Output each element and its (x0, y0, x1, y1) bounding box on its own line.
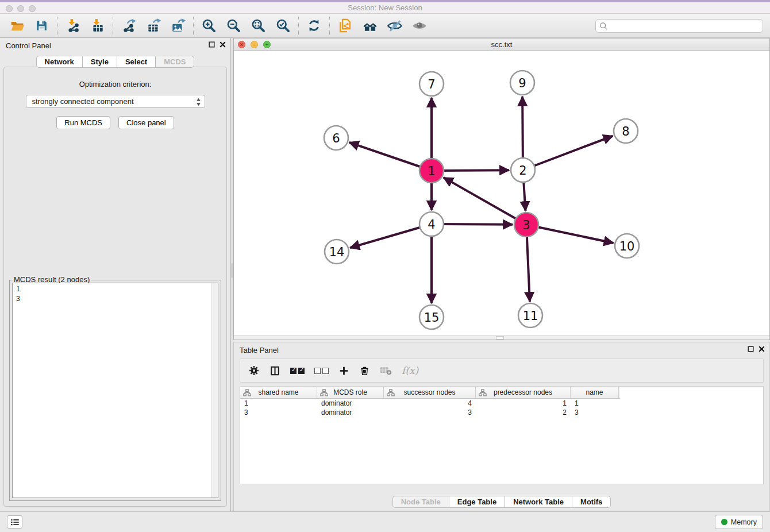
table-row[interactable]: 1 dominator 4 1 1 (240, 399, 763, 408)
create-column-icon[interactable] (338, 365, 349, 376)
graph-node-15[interactable]: 15 (419, 305, 444, 329)
svg-text:3: 3 (522, 218, 530, 232)
memory-button[interactable]: Memory (715, 515, 763, 529)
export-network-icon[interactable] (116, 15, 141, 37)
optimization-criterion-label: Optimization criterion: (4, 80, 226, 88)
mcds-result-line: 1 (16, 284, 214, 294)
toolbar-separator (193, 17, 194, 35)
search-box (595, 19, 763, 33)
svg-text:15: 15 (424, 311, 440, 325)
toolbar-separator (57, 17, 57, 35)
search-icon (599, 22, 608, 30)
column-header-mcds-role[interactable]: MCDS role (317, 387, 384, 398)
search-input[interactable] (595, 19, 763, 33)
task-list-icon (10, 517, 20, 527)
open-session-icon[interactable] (5, 15, 29, 37)
graph-node-14[interactable]: 14 (325, 240, 349, 264)
close-panel-icon[interactable] (220, 41, 226, 48)
mcds-panel: Optimization criterion: strongly connect… (3, 67, 227, 507)
float-panel-icon[interactable] (748, 346, 754, 352)
deselect-all-columns-icon[interactable] (314, 368, 329, 374)
graph-node-8[interactable]: 8 (614, 119, 638, 143)
import-network-icon[interactable] (60, 15, 85, 37)
birdseye-view-icon[interactable] (407, 15, 432, 37)
window-title: Session: New Session (0, 3, 770, 12)
tab-motifs[interactable]: Motifs (572, 496, 611, 508)
mcds-result-fieldset: MCDS result (2 nodes) 1 3 (9, 280, 221, 501)
column-header-shared-name[interactable]: shared name (240, 387, 317, 398)
tab-select[interactable]: Select (117, 56, 155, 68)
table-settings-gear-icon[interactable] (248, 365, 260, 376)
column-header-successor-nodes[interactable]: successor nodes (384, 387, 476, 398)
task-history-button[interactable] (7, 515, 22, 529)
network-from-selection-icon[interactable] (333, 15, 357, 37)
zoom-out-icon[interactable] (221, 15, 246, 37)
criterion-select[interactable]: strongly connected component (26, 95, 205, 108)
memory-status-icon (721, 519, 727, 525)
result-scrollbar[interactable] (211, 283, 218, 498)
graph-node-6[interactable]: 6 (324, 126, 348, 150)
graph-node-11[interactable]: 11 (518, 303, 542, 327)
column-header-predecessor-nodes[interactable]: predecessor nodes (476, 387, 571, 398)
toolbar-separator (329, 17, 330, 35)
graph-node-4[interactable]: 4 (419, 212, 444, 236)
graph-node-3[interactable]: 3 (514, 213, 538, 237)
criterion-value: strongly connected component (32, 97, 134, 106)
window-titlebar: Session: New Session (0, 0, 770, 14)
graph-node-7[interactable]: 7 (419, 72, 444, 96)
network-graph[interactable]: 7968124314101511 (234, 51, 769, 335)
tab-network-table[interactable]: Network Table (505, 496, 572, 508)
graph-edge-2-8[interactable] (523, 136, 613, 170)
delete-table-icon[interactable] (380, 365, 392, 376)
network-frame-title: scc.txt (234, 40, 769, 49)
svg-text:7: 7 (428, 78, 435, 91)
column-header-name[interactable]: name (571, 387, 619, 398)
table-tabs: Node Table Edge Table Network Table Moti… (234, 496, 769, 508)
show-columns-icon[interactable] (270, 365, 280, 376)
graph-node-1[interactable]: 1 (419, 159, 444, 183)
tab-node-table[interactable]: Node Table (392, 496, 449, 508)
toolbar-separator (113, 17, 113, 35)
network-frame-titlebar[interactable]: ✕ − + scc.txt (234, 38, 769, 51)
table-header: shared name MCDS role successor nodes pr… (240, 387, 620, 399)
tab-mcds[interactable]: MCDS (155, 56, 194, 68)
graph-node-9[interactable]: 9 (510, 71, 534, 95)
graphics-details-icon[interactable] (382, 15, 407, 37)
status-bar: Memory (0, 511, 770, 532)
control-panel-tabs: Network Style Select MCDS (0, 56, 230, 68)
export-table-icon[interactable] (141, 15, 165, 37)
svg-text:4: 4 (428, 218, 435, 232)
mcds-result-box[interactable]: 1 3 (12, 283, 218, 498)
close-panel-icon[interactable] (759, 346, 765, 352)
network-hscroll-thumb[interactable] (496, 336, 504, 340)
tab-edge-table[interactable]: Edge Table (449, 496, 505, 508)
tab-network[interactable]: Network (36, 56, 82, 68)
graph-node-10[interactable]: 10 (615, 234, 639, 258)
save-session-icon[interactable] (29, 15, 54, 37)
run-mcds-button[interactable]: Run MCDS (56, 116, 110, 129)
graph-edge-3-1[interactable] (444, 178, 526, 225)
graph-edge-3-10[interactable] (526, 225, 614, 243)
select-all-columns-icon[interactable] (290, 368, 305, 374)
graph-edge-1-6[interactable] (349, 142, 432, 171)
select-stepper-icon (196, 98, 201, 106)
import-table-icon[interactable] (85, 15, 110, 37)
close-panel-button[interactable]: Close panel (118, 116, 174, 129)
zoom-selected-icon[interactable] (271, 15, 295, 37)
zoom-fit-icon[interactable] (246, 15, 271, 37)
overview-icon[interactable] (357, 15, 382, 37)
column-type-icon (243, 389, 251, 396)
zoom-in-icon[interactable] (197, 15, 221, 37)
table-row[interactable]: 3 dominator 3 2 3 (240, 408, 763, 417)
graph-node-2[interactable]: 2 (511, 158, 535, 182)
tab-style[interactable]: Style (82, 56, 117, 68)
export-image-icon[interactable] (165, 15, 190, 37)
network-hscrollbar[interactable] (234, 335, 769, 340)
svg-text:2: 2 (519, 164, 526, 178)
svg-text:8: 8 (622, 125, 629, 138)
delete-column-icon[interactable] (359, 365, 370, 376)
refresh-icon[interactable] (302, 15, 326, 37)
table-toolbar: f(x) (240, 358, 764, 383)
float-panel-icon[interactable] (209, 41, 215, 48)
svg-text:14: 14 (329, 245, 345, 259)
